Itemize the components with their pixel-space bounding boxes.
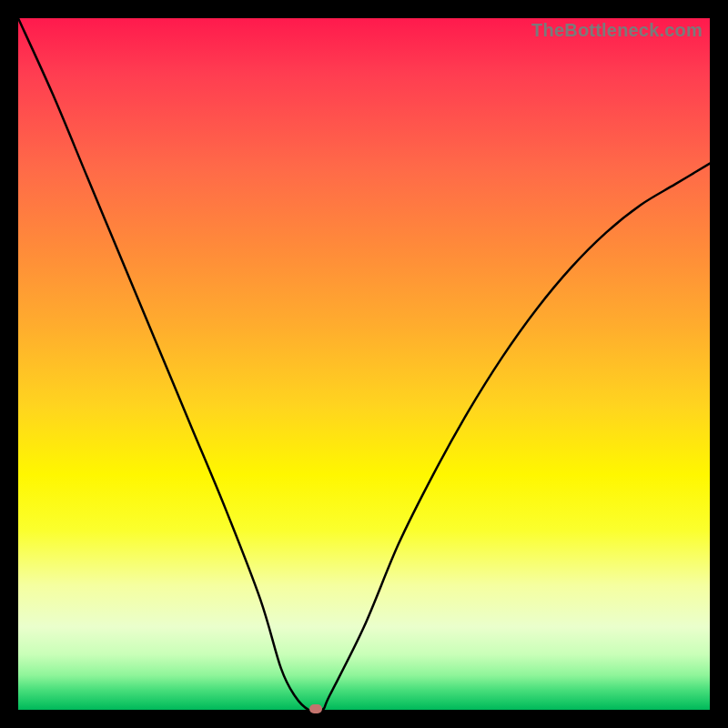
curve-path xyxy=(18,18,710,712)
chart-area: TheBottleneck.com xyxy=(18,18,710,710)
bottleneck-curve xyxy=(18,18,710,710)
optimum-marker xyxy=(309,704,322,713)
